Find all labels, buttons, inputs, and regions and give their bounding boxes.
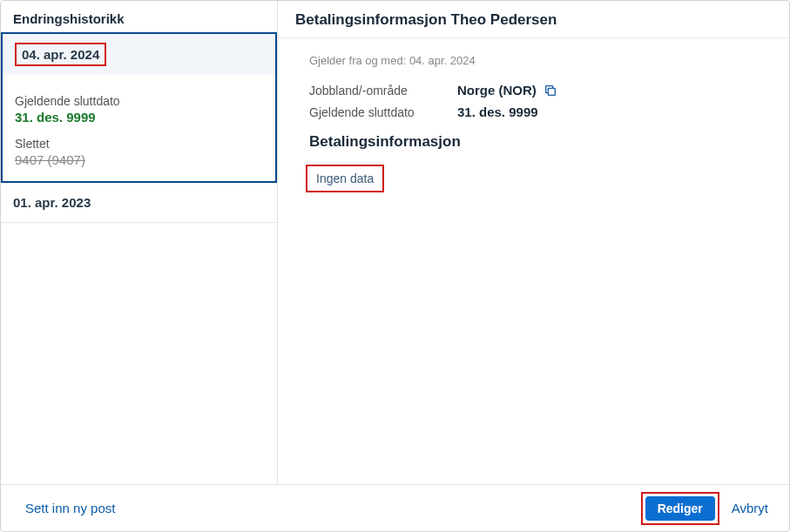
history-item-0-details: Gjeldende sluttdato 31. des. 9999 Slette… (3, 75, 275, 181)
footer: Sett inn ny post Rediger Avbryt (1, 484, 789, 531)
history-item-0-deleted-label: Slettet (15, 137, 263, 151)
edit-button[interactable]: Rediger (645, 496, 715, 521)
history-item-0-deleted-value: 9407 (9407) (15, 152, 263, 167)
history-item-0-date: 04. apr. 2024 (15, 43, 106, 66)
svg-rect-0 (548, 88, 555, 95)
history-item-1[interactable]: 01. apr. 2023 (1, 183, 277, 223)
field-1-label: Gjeldende sluttdato (309, 105, 457, 119)
field-row-0: Jobbland/-område Norge (NOR) (309, 83, 763, 98)
field-list: Jobbland/-område Norge (NOR) (309, 83, 763, 119)
edit-button-highlight: Rediger (641, 492, 719, 525)
history-item-0[interactable]: 04. apr. 2024 Gjeldende sluttdato 31. de… (1, 32, 277, 183)
field-0-value-wrap: Norge (NOR) (457, 83, 557, 98)
field-0-label: Jobbland/-område (309, 84, 457, 98)
cancel-button[interactable]: Avbryt (728, 495, 772, 521)
no-data-message: Ingen data (306, 165, 384, 192)
sidebar-title: Endringshistorikk (1, 1, 277, 33)
copy-icon[interactable] (544, 84, 557, 98)
section-heading: Betalingsinformasjon (309, 133, 763, 151)
main-content: Gjelder fra og med: 04. apr. 2024 Jobbla… (278, 38, 789, 484)
field-1-value-wrap: 31. des. 9999 (457, 104, 538, 119)
history-sidebar: Endringshistorikk 04. apr. 2024 Gjeldend… (1, 1, 278, 484)
main-panel: Betalingsinformasjon Theo Pedersen Gjeld… (278, 1, 789, 484)
history-item-1-date: 01. apr. 2023 (13, 195, 91, 210)
field-1-value: 31. des. 9999 (457, 104, 538, 119)
history-item-0-date-row: 04. apr. 2024 (3, 34, 275, 75)
history-item-0-enddate-value: 31. des. 9999 (15, 110, 263, 125)
field-row-1: Gjeldende sluttdato 31. des. 9999 (309, 104, 763, 119)
page-title: Betalingsinformasjon Theo Pedersen (278, 1, 789, 38)
field-0-value: Norge (NOR) (457, 83, 537, 98)
insert-new-button[interactable]: Sett inn ny post (22, 495, 118, 521)
history-item-0-enddate-label: Gjeldende sluttdato (15, 94, 263, 108)
effective-from: Gjelder fra og med: 04. apr. 2024 (309, 54, 763, 67)
